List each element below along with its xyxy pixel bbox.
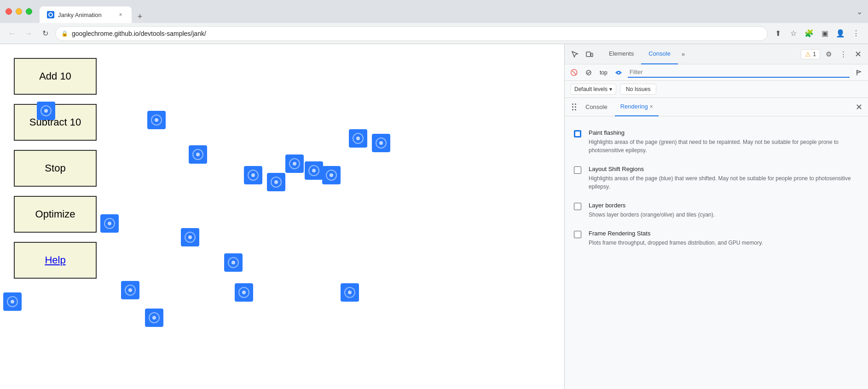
rendering-tab-close[interactable]: × [650, 103, 653, 110]
help-link[interactable]: Help [45, 254, 65, 266]
layer-borders-title: Layer borders [589, 202, 859, 209]
toolbar-actions: ⬆ ☆ 🧩 ▣ 👤 ⋮ [771, 27, 862, 40]
optimize-button[interactable]: Optimize [14, 196, 97, 233]
devtools-panel: Elements Console » ⚠ 1 ⚙ ⋮ ✕ 🚫 [564, 44, 868, 389]
devtools-tabs: Elements Console » [602, 44, 795, 64]
blue-square [267, 173, 285, 191]
blue-square [145, 309, 163, 327]
warning-icon: ⚠ [805, 51, 811, 58]
blue-square [322, 166, 341, 184]
devtools-secondary-bar: 🚫 top [565, 64, 868, 81]
default-levels-button[interactable]: Default levels ▾ [570, 84, 616, 95]
subtract-10-button[interactable]: Subtract 10 [14, 104, 97, 141]
layout-shift-item: Layout Shift Regions Highlights areas of… [565, 160, 868, 196]
blue-square [189, 145, 207, 164]
blue-square [181, 228, 199, 246]
blue-square [341, 283, 359, 302]
tab-favicon [47, 11, 54, 18]
share-icon[interactable]: ⬆ [771, 27, 784, 40]
traffic-lights [6, 8, 32, 15]
devtools-tab-console[interactable]: Console [641, 44, 678, 64]
paint-flashing-description: Highlights areas of the page (green) tha… [589, 138, 859, 154]
filter-input[interactable] [628, 68, 850, 78]
preserve-log-icon[interactable] [583, 67, 594, 78]
top-label[interactable]: top [598, 69, 609, 76]
blue-square [100, 214, 119, 233]
clear-console-icon[interactable]: 🚫 [568, 67, 579, 78]
new-tab-button[interactable]: + [133, 10, 146, 23]
profile-icon[interactable]: 👤 [834, 27, 847, 40]
back-button[interactable]: ← [6, 27, 18, 40]
add-10-button[interactable]: Add 10 [14, 58, 97, 95]
minimize-traffic-light[interactable] [16, 8, 22, 15]
blue-square [244, 166, 262, 184]
blue-square [224, 253, 243, 272]
close-traffic-light[interactable] [6, 8, 12, 15]
menu-icon[interactable]: ⋮ [850, 27, 862, 40]
tab-title: Janky Animation [58, 11, 113, 18]
tab-close-button[interactable]: × [117, 11, 124, 18]
levels-bar: Default levels ▾ No Issues [565, 81, 868, 98]
title-bar: Janky Animation × + ⌄ [0, 0, 868, 23]
blue-square [147, 111, 166, 129]
frame-rendering-stats-description: Plots frame throughput, dropped frames d… [589, 239, 859, 247]
extensions-icon[interactable]: 🧩 [803, 27, 816, 40]
browser-frame: Janky Animation × + ⌄ ← → ↻ 🔒 googlechro… [0, 0, 868, 389]
jank-buttons: Add 10 Subtract 10 Stop Optimize Help [14, 58, 97, 279]
devtools-close-icon[interactable]: ✕ [851, 48, 864, 61]
device-toolbar-icon[interactable] [583, 48, 596, 61]
address-text[interactable]: googlechrome.github.io/devtools-samples/… [72, 30, 762, 37]
forward-button[interactable]: → [22, 27, 35, 40]
blue-square [305, 161, 323, 180]
console-panel-tab[interactable]: Console [580, 98, 613, 116]
svg-rect-1 [591, 53, 593, 57]
page-content: Add 10 Subtract 10 Stop Optimize Help [0, 44, 564, 389]
refresh-button[interactable]: ↻ [39, 27, 52, 40]
frame-rendering-stats-item: Frame Rendering Stats Plots frame throug… [565, 224, 868, 252]
svg-rect-0 [586, 52, 590, 57]
panel-close-icon[interactable]: ✕ [856, 102, 862, 112]
no-issues-button[interactable]: No Issues [620, 84, 656, 95]
layer-borders-description: Shows layer borders (orange/olive) and t… [589, 211, 859, 219]
warning-count: 1 [813, 51, 816, 57]
stop-button[interactable]: Stop [14, 150, 97, 187]
rendering-panels-bar: Console Rendering × ✕ [565, 98, 868, 116]
devtools-settings-icon[interactable]: ⚙ [822, 48, 835, 61]
layer-borders-item: Layer borders Shows layer borders (orang… [565, 196, 868, 224]
rendering-content: Paint flashing Highlights areas of the p… [565, 116, 868, 389]
lock-icon: 🔒 [61, 30, 68, 37]
blue-square [121, 281, 139, 299]
layer-borders-checkbox[interactable] [574, 203, 581, 210]
devtools-more-tabs[interactable]: » [678, 44, 689, 64]
frame-rendering-stats-checkbox[interactable] [574, 231, 581, 238]
rendering-panel-tab[interactable]: Rendering × [615, 98, 659, 116]
bookmark-icon[interactable]: ☆ [787, 27, 800, 40]
paint-flashing-title: Paint flashing [589, 129, 859, 136]
blue-square [349, 129, 367, 148]
panels-drag-handle[interactable] [570, 102, 578, 112]
warning-badge[interactable]: ⚠ 1 [801, 49, 820, 59]
blue-square [372, 134, 390, 152]
main-area: Add 10 Subtract 10 Stop Optimize Help [0, 44, 868, 389]
cast-icon[interactable]: ▣ [818, 27, 831, 40]
address-bar[interactable]: 🔒 googlechrome.github.io/devtools-sample… [55, 26, 768, 41]
flag-icon[interactable] [853, 67, 864, 78]
maximize-traffic-light[interactable] [26, 8, 32, 15]
layout-shift-title: Layout Shift Regions [589, 166, 859, 172]
window-controls: ⌄ [856, 7, 862, 16]
layout-shift-checkbox[interactable] [574, 166, 581, 174]
blue-square [3, 292, 22, 311]
blue-square [37, 102, 55, 120]
favicon-inner [48, 12, 53, 17]
inspect-element-icon[interactable] [568, 48, 581, 61]
active-tab[interactable]: Janky Animation × [40, 6, 132, 23]
paint-flashing-checkbox[interactable] [574, 130, 581, 137]
window-chevron-icon[interactable]: ⌄ [856, 7, 862, 16]
blue-square [235, 283, 253, 302]
devtools-tab-elements[interactable]: Elements [602, 44, 641, 64]
blue-square [285, 154, 304, 173]
devtools-more-options-icon[interactable]: ⋮ [837, 48, 850, 61]
help-button[interactable]: Help [14, 242, 97, 279]
browser-toolbar: ← → ↻ 🔒 googlechrome.github.io/devtools-… [0, 23, 868, 44]
eye-icon[interactable] [613, 67, 624, 78]
